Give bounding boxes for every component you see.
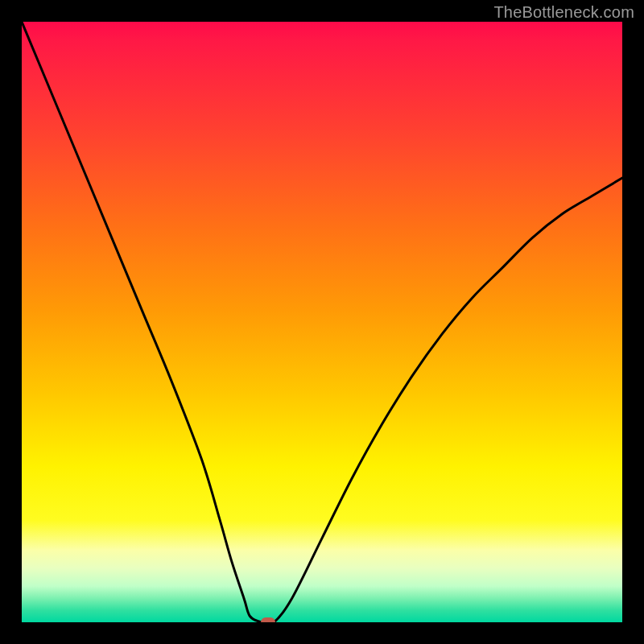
- bottleneck-curve-path: [22, 22, 622, 622]
- optimum-marker: [261, 617, 275, 622]
- chart-stage: TheBottleneck.com: [0, 0, 644, 644]
- plot-area: [22, 22, 622, 622]
- watermark-text: TheBottleneck.com: [493, 3, 634, 22]
- curve-svg: [22, 22, 622, 622]
